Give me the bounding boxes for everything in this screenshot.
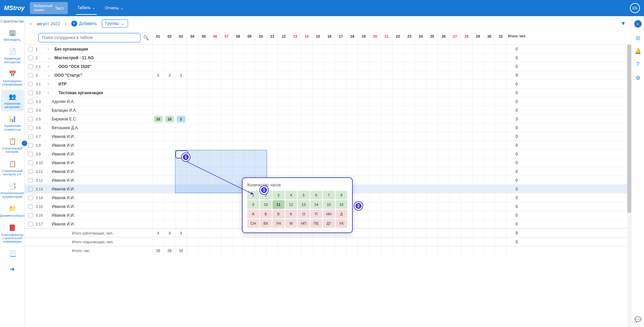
- cell[interactable]: [495, 123, 507, 132]
- cell[interactable]: [392, 185, 404, 193]
- cell[interactable]: [347, 88, 358, 97]
- cell[interactable]: [404, 220, 415, 228]
- row-checkbox[interactable]: [28, 125, 33, 130]
- cell[interactable]: [381, 132, 392, 141]
- cell[interactable]: [175, 123, 187, 132]
- cell[interactable]: [392, 71, 404, 79]
- cell[interactable]: [484, 88, 495, 97]
- cell[interactable]: [495, 71, 507, 79]
- cell[interactable]: [221, 220, 232, 228]
- cell[interactable]: [175, 176, 187, 184]
- code-button[interactable]: Д: [336, 210, 348, 218]
- cell[interactable]: [324, 71, 335, 79]
- cell[interactable]: [427, 88, 438, 97]
- cell[interactable]: [449, 167, 461, 176]
- cell[interactable]: [427, 123, 438, 132]
- cell[interactable]: [232, 158, 244, 167]
- cell[interactable]: [335, 97, 347, 106]
- cell[interactable]: [232, 97, 244, 106]
- code-button[interactable]: ПЕ: [310, 219, 323, 228]
- cell[interactable]: [198, 202, 210, 211]
- cell[interactable]: [290, 123, 301, 132]
- cell[interactable]: [370, 141, 381, 149]
- cell[interactable]: [415, 88, 427, 97]
- cell[interactable]: [221, 176, 232, 184]
- cell[interactable]: [278, 45, 290, 53]
- cell[interactable]: [301, 88, 312, 97]
- cell[interactable]: [495, 62, 507, 71]
- cell[interactable]: [198, 106, 210, 114]
- cell[interactable]: [415, 220, 427, 228]
- sidebar-item[interactable]: 📅Календарное планирование: [1, 67, 24, 89]
- cell[interactable]: [210, 185, 221, 193]
- cell[interactable]: [278, 106, 290, 114]
- cell[interactable]: [449, 202, 461, 211]
- cell[interactable]: [495, 141, 507, 149]
- cell[interactable]: [358, 167, 370, 176]
- cell[interactable]: [347, 150, 358, 158]
- cell[interactable]: [187, 71, 198, 79]
- cell[interactable]: [381, 106, 392, 114]
- cell[interactable]: [358, 123, 370, 132]
- row-checkbox[interactable]: [28, 90, 33, 95]
- cell[interactable]: [392, 106, 404, 114]
- cell[interactable]: [484, 158, 495, 167]
- cell[interactable]: [427, 132, 438, 141]
- cell[interactable]: [187, 132, 198, 141]
- cell[interactable]: [267, 115, 278, 123]
- cell[interactable]: [301, 106, 312, 114]
- cell[interactable]: [415, 62, 427, 71]
- cell[interactable]: [370, 115, 381, 123]
- cell[interactable]: [495, 220, 507, 228]
- cell[interactable]: [484, 80, 495, 88]
- cell[interactable]: [495, 53, 507, 62]
- cell[interactable]: [301, 97, 312, 106]
- cell[interactable]: [175, 211, 187, 219]
- cell[interactable]: [324, 115, 335, 123]
- cell[interactable]: [358, 141, 370, 149]
- cell[interactable]: [210, 53, 221, 62]
- cell[interactable]: [221, 88, 232, 97]
- cell[interactable]: [461, 132, 472, 141]
- cell[interactable]: [175, 62, 187, 71]
- hour-button[interactable]: 3: [272, 191, 285, 199]
- cell[interactable]: [404, 123, 415, 132]
- cell[interactable]: [210, 88, 221, 97]
- cell[interactable]: [198, 167, 210, 176]
- cell[interactable]: [198, 123, 210, 132]
- cell[interactable]: [381, 185, 392, 193]
- cell[interactable]: [221, 71, 232, 79]
- cell[interactable]: [438, 97, 449, 106]
- cell[interactable]: [461, 176, 472, 184]
- cell[interactable]: [312, 62, 324, 71]
- sidebar-item[interactable]: 📋Строительный контроль 2.0: [1, 157, 24, 179]
- cell[interactable]: [427, 141, 438, 149]
- cell[interactable]: [381, 220, 392, 228]
- cell[interactable]: [198, 150, 210, 158]
- cell[interactable]: [312, 141, 324, 149]
- cell[interactable]: [301, 123, 312, 132]
- cell[interactable]: [312, 167, 324, 176]
- cell[interactable]: [461, 193, 472, 202]
- cell[interactable]: [255, 80, 267, 88]
- cell[interactable]: [358, 88, 370, 97]
- row-checkbox[interactable]: [28, 134, 33, 139]
- hour-button[interactable]: 5: [298, 191, 310, 199]
- cell[interactable]: [392, 167, 404, 176]
- cell[interactable]: [210, 71, 221, 79]
- cell[interactable]: [472, 185, 484, 193]
- cell[interactable]: [290, 80, 301, 88]
- expand-icon[interactable]: ›: [48, 47, 52, 51]
- row-checkbox[interactable]: [28, 56, 33, 60]
- cell[interactable]: [381, 71, 392, 79]
- cell[interactable]: [438, 106, 449, 114]
- cell[interactable]: [278, 158, 290, 167]
- cell[interactable]: [175, 193, 187, 202]
- cell[interactable]: [244, 106, 255, 114]
- cell[interactable]: [244, 88, 255, 97]
- code-button[interactable]: О: [298, 210, 310, 218]
- cell[interactable]: [358, 211, 370, 219]
- cell[interactable]: [164, 80, 175, 88]
- cell[interactable]: [449, 132, 461, 141]
- tab-Табель[interactable]: Табель⌄: [76, 1, 97, 15]
